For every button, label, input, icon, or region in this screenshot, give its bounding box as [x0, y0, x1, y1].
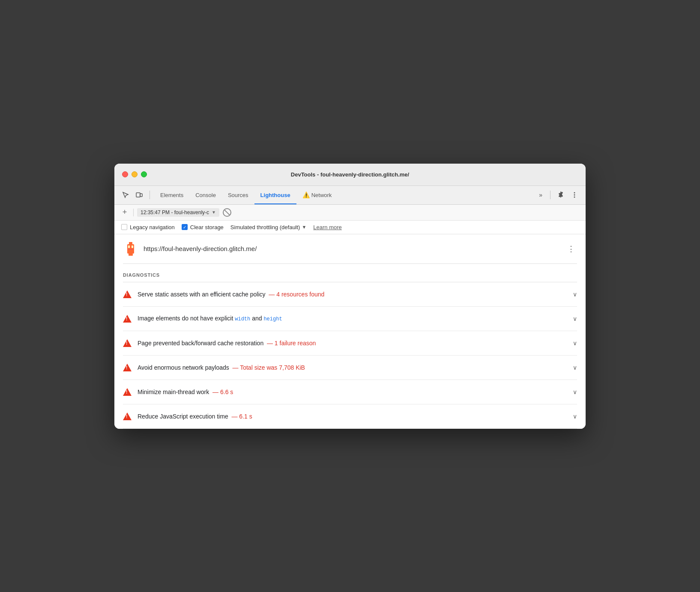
add-url-button[interactable]: + [120, 207, 130, 218]
diagnostic-item-main-thread[interactable]: Minimize main-thread work — 6.6 s ∨ [123, 380, 577, 404]
chevron-down-icon-payloads[interactable]: ∨ [573, 364, 577, 371]
inspect-icon[interactable] [120, 189, 132, 201]
clear-storage-label: Clear storage [190, 224, 224, 230]
learn-more-link[interactable]: Learn more [313, 224, 341, 230]
settings-icon[interactable] [555, 189, 567, 201]
warn-icon-js-exec [123, 412, 132, 421]
triangle-warning-icon [123, 364, 132, 371]
diagnostic-item-bfcache[interactable]: Page prevented back/forward cache restor… [123, 331, 577, 356]
url-input[interactable]: 12:35:47 PM - foul-heavenly-c ▼ [137, 208, 219, 217]
triangle-warning-icon [123, 388, 132, 396]
diagnostics-section-title: DIAGNOSTICS [123, 264, 577, 282]
triangle-warning-icon [123, 290, 132, 298]
tab-sources[interactable]: Sources [222, 185, 254, 204]
toolbar-divider [150, 191, 150, 199]
diagnostic-suffix-main-thread: — 6.6 s [211, 389, 233, 395]
diagnostic-text-main-thread: Minimize main-thread work — 6.6 s [138, 389, 567, 395]
options-bar: Legacy navigation ✓ Clear storage Simula… [114, 221, 586, 234]
code-width: width [235, 316, 250, 322]
svg-rect-1 [140, 194, 142, 197]
close-button[interactable] [122, 171, 128, 177]
diagnostic-item-js-exec[interactable]: Reduce JavaScript execution time — 6.1 s… [123, 404, 577, 429]
report-header: https://foul-heavenly-direction.glitch.m… [123, 234, 577, 264]
tab-console[interactable]: Console [189, 185, 222, 204]
throttling-label: Simulated throttling (default) ▼ [230, 224, 306, 230]
throttling-dropdown-icon[interactable]: ▼ [302, 224, 306, 230]
main-content: https://foul-heavenly-direction.glitch.m… [114, 234, 586, 429]
legacy-navigation-checkbox-item[interactable]: Legacy navigation [121, 224, 175, 230]
url-bar-divider [133, 209, 134, 216]
diagnostic-suffix-payloads: — Total size was 7,708 KiB [231, 364, 305, 371]
svg-rect-8 [128, 245, 130, 248]
tab-network[interactable]: ⚠️ Network [296, 185, 338, 204]
url-bar: + 12:35:47 PM - foul-heavenly-c ▼ [114, 205, 586, 221]
warn-icon-main-thread [123, 388, 132, 396]
report-more-options-button[interactable]: ⋮ [565, 243, 577, 255]
chevron-down-icon-image-dims[interactable]: ∨ [573, 315, 577, 322]
toolbar-divider-right [550, 191, 550, 199]
device-toolbar-icon[interactable] [133, 189, 145, 201]
tabs-container: Elements Console Sources Lighthouse ⚠️ N… [154, 185, 534, 204]
chevron-down-icon-cache[interactable]: ∨ [573, 291, 577, 298]
diagnostic-suffix-js-exec: — 6.1 s [230, 413, 252, 420]
chevron-down-icon-js-exec[interactable]: ∨ [573, 413, 577, 420]
svg-point-3 [574, 194, 575, 196]
network-warning-icon: ⚠️ [302, 191, 310, 198]
svg-rect-5 [129, 242, 132, 244]
block-icon[interactable] [223, 208, 231, 217]
diagnostic-text-js-exec: Reduce JavaScript execution time — 6.1 s [138, 413, 567, 420]
diagnostics-list: Serve static assets with an efficient ca… [123, 282, 577, 429]
minimize-button[interactable] [132, 171, 138, 177]
legacy-navigation-label: Legacy navigation [130, 224, 175, 230]
warn-icon-cache [123, 290, 132, 299]
svg-rect-9 [132, 245, 133, 248]
lighthouse-icon [123, 241, 138, 257]
more-options-icon[interactable] [568, 189, 580, 201]
diagnostic-item-image-dims[interactable]: Image elements do not have explicit widt… [123, 307, 577, 331]
chevron-down-icon-main-thread[interactable]: ∨ [573, 389, 577, 395]
svg-point-4 [574, 197, 575, 198]
tab-elements[interactable]: Elements [154, 185, 189, 204]
diagnostic-item-payloads[interactable]: Avoid enormous network payloads — Total … [123, 356, 577, 380]
svg-point-2 [574, 192, 575, 194]
chevron-down-icon-bfcache[interactable]: ∨ [573, 340, 577, 347]
traffic-lights [122, 171, 147, 177]
diagnostic-text-cache: Serve static assets with an efficient ca… [138, 291, 567, 298]
more-tabs-button[interactable]: » [535, 185, 546, 204]
tab-lighthouse[interactable]: Lighthouse [254, 185, 296, 204]
triangle-warning-icon [123, 413, 132, 420]
warn-icon-bfcache [123, 339, 132, 347]
diagnostic-suffix-bfcache: — 1 failure reason [265, 340, 316, 347]
warn-icon-image-dims [123, 314, 132, 323]
code-height: height [263, 316, 282, 322]
report-url: https://foul-heavenly-direction.glitch.m… [144, 245, 560, 252]
titlebar: DevTools - foul-heavenly-direction.glitc… [114, 164, 586, 186]
devtools-window: DevTools - foul-heavenly-direction.glitc… [114, 164, 586, 429]
diagnostic-suffix-cache: — 4 resources found [267, 291, 324, 298]
svg-rect-0 [136, 193, 140, 197]
diagnostic-text-image-dims: Image elements do not have explicit widt… [138, 315, 567, 322]
svg-rect-10 [128, 249, 133, 250]
tab-bar: Elements Console Sources Lighthouse ⚠️ N… [114, 186, 586, 205]
diagnostic-item-cache[interactable]: Serve static assets with an efficient ca… [123, 282, 577, 307]
legacy-navigation-checkbox[interactable] [121, 224, 127, 230]
warn-icon-payloads [123, 363, 132, 372]
url-dropdown-icon: ▼ [212, 210, 216, 215]
diagnostic-text-bfcache: Page prevented back/forward cache restor… [138, 340, 567, 347]
maximize-button[interactable] [141, 171, 147, 177]
diagnostic-text-payloads: Avoid enormous network payloads — Total … [138, 364, 567, 371]
clear-storage-checkbox[interactable]: ✓ [182, 224, 188, 230]
svg-rect-7 [129, 254, 133, 256]
clear-storage-checkbox-item[interactable]: ✓ Clear storage [182, 224, 224, 230]
triangle-warning-icon [123, 315, 132, 323]
triangle-warning-icon [123, 339, 132, 347]
window-title: DevTools - foul-heavenly-direction.glitc… [291, 171, 409, 178]
url-timestamp: 12:35:47 PM - foul-heavenly-c [141, 209, 209, 215]
